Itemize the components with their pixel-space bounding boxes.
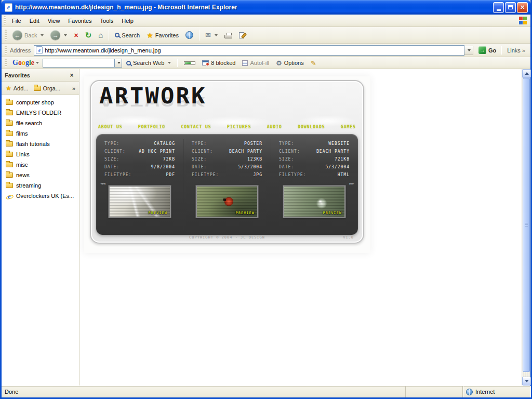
scroll-up-button[interactable] <box>522 69 531 78</box>
zone-label: Internet <box>475 389 495 395</box>
folder-icon <box>6 110 13 115</box>
preview-thumbnail-waterdrop[interactable]: PREVIEW <box>283 185 345 218</box>
minimize-button[interactable] <box>493 2 504 13</box>
back-button[interactable]: ← Back <box>9 29 47 42</box>
arrow-up-icon <box>525 72 529 75</box>
favorite-item[interactable]: streaming <box>2 180 79 191</box>
print-icon <box>224 35 232 38</box>
address-input[interactable] <box>43 47 464 54</box>
search-web-dropdown-icon <box>168 62 171 64</box>
menu-favorites[interactable]: Favorites <box>64 16 96 25</box>
menu-file[interactable]: File <box>8 16 25 25</box>
search-web-button[interactable]: Search Web <box>124 58 174 68</box>
google-search-input[interactable] <box>43 59 114 68</box>
forward-button[interactable]: → <box>47 29 70 42</box>
refresh-button[interactable]: ↻ <box>82 29 95 42</box>
favorite-item[interactable]: file search <box>2 118 79 128</box>
portfolio-panel: ◄◄ ►► TYPE:CATALOG CLIENT:AD HOC PRINT S… <box>96 134 358 235</box>
favorite-item[interactable]: computer shop <box>2 97 79 108</box>
add-star-icon: ★ <box>6 85 11 91</box>
options-button[interactable]: ⚙ Options <box>273 58 307 68</box>
nav-games[interactable]: GAMES <box>341 125 356 129</box>
go-arrow-icon: → <box>478 46 486 54</box>
highlighter-button[interactable]: ✎ <box>308 58 319 68</box>
menu-view[interactable]: View <box>44 16 64 25</box>
favorite-item[interactable]: misc <box>2 159 79 170</box>
search-button[interactable]: Search <box>112 29 143 42</box>
folder-icon <box>6 162 13 167</box>
minimize-icon <box>497 9 501 11</box>
address-dropdown-button[interactable] <box>464 46 473 55</box>
favorites-button[interactable]: ★ Favorites <box>143 29 182 42</box>
toolbar-grip[interactable] <box>5 46 7 55</box>
stop-button[interactable]: × <box>71 29 81 42</box>
back-dropdown-icon <box>41 34 44 36</box>
nav-audio[interactable]: AUDIO <box>267 125 282 129</box>
security-zone-pane: Internet <box>463 386 530 397</box>
toolbar-separator <box>199 30 200 41</box>
mail-dropdown-icon <box>215 34 218 36</box>
preview-thumbnail-ladybug[interactable]: PREVIEW <box>196 185 258 218</box>
autofill-button[interactable]: AutoFill <box>240 58 272 68</box>
popup-blocker-button[interactable]: 8 blocked <box>200 58 238 68</box>
back-icon: ← <box>12 30 22 40</box>
go-button[interactable]: → Go <box>475 45 499 55</box>
media-button[interactable] <box>182 29 196 42</box>
toolbar-grip[interactable] <box>4 16 6 24</box>
scrollbar-thumb[interactable] <box>523 78 530 372</box>
autofill-icon <box>242 60 248 66</box>
favorites-panel: Favorites × ★ Add... Orga... » computer … <box>2 69 79 385</box>
menu-tools[interactable]: Tools <box>96 16 118 25</box>
favorite-item[interactable]: eOverclockers UK (Es... <box>2 191 79 201</box>
google-logo-button[interactable]: G o o g l e <box>10 58 41 68</box>
preview-button[interactable]: PREVIEW <box>235 211 255 215</box>
organize-favorites-button[interactable]: Orga... <box>32 84 63 92</box>
mail-button[interactable]: ✉ <box>202 29 221 42</box>
nav-pictures[interactable]: PICTURES <box>227 125 251 129</box>
nav-downloads[interactable]: DOWNLOADS <box>298 125 325 129</box>
edit-button[interactable] <box>236 29 247 42</box>
nav-portfolio[interactable]: PORTFOLIO <box>138 125 165 129</box>
preview-button[interactable]: PREVIEW <box>148 211 167 215</box>
chevron-down-icon <box>117 62 121 64</box>
toolbar-grip[interactable] <box>5 59 7 66</box>
scroll-down-button[interactable] <box>522 377 531 385</box>
google-search-dropdown[interactable] <box>114 59 122 68</box>
links-button[interactable]: Links » <box>504 47 528 54</box>
more-actions-chevron[interactable]: » <box>71 85 77 91</box>
toolbar-grip[interactable] <box>5 30 7 41</box>
folder-icon <box>34 86 41 91</box>
home-icon: ⌂ <box>98 31 103 39</box>
toolbar-separator <box>177 59 178 66</box>
menu-help[interactable]: Help <box>117 16 138 25</box>
popup-blocked-icon <box>202 60 209 65</box>
folder-icon <box>6 100 13 105</box>
folder-icon <box>6 152 13 157</box>
ie-favicon-icon: e <box>6 193 13 200</box>
version-text: V1.0 <box>343 235 354 240</box>
favorite-item[interactable]: flash tutorials <box>2 139 79 149</box>
favorite-item[interactable]: EMILYS FOLDER <box>2 108 79 118</box>
pagerank-button[interactable] <box>181 58 198 68</box>
nav-contact-us[interactable]: CONTACT US <box>181 125 211 129</box>
home-button[interactable]: ⌂ <box>95 29 106 42</box>
maximize-button[interactable] <box>505 2 516 13</box>
print-button[interactable] <box>221 29 235 42</box>
nav-about-us[interactable]: ABOUT US <box>98 125 123 129</box>
ie-logo-icon: e <box>5 3 12 12</box>
standard-toolbar: ← Back → × ↻ ⌂ Search ★ Favorites <box>2 27 530 44</box>
preview-thumbnail-flower[interactable]: PREVIEW <box>109 185 171 218</box>
menu-edit[interactable]: Edit <box>25 16 44 25</box>
artwork-card: ARTWORK ARTWORK ABOUT US PORTFOLIO CONTA… <box>90 80 364 244</box>
favorites-star-icon: ★ <box>147 32 153 39</box>
add-favorite-button[interactable]: ★ Add... <box>4 84 31 92</box>
favorites-close-button[interactable]: × <box>68 71 76 79</box>
favorite-item[interactable]: Links <box>2 149 79 159</box>
favorite-item[interactable]: news <box>2 170 79 180</box>
close-button[interactable]: × <box>517 2 528 13</box>
favorites-list: computer shop EMILYS FOLDER file search … <box>2 95 79 385</box>
preview-button[interactable]: PREVIEW <box>323 211 342 215</box>
vertical-scrollbar[interactable] <box>522 69 530 385</box>
favorite-item[interactable]: films <box>2 128 79 139</box>
status-bar: Done Internet <box>2 385 530 397</box>
